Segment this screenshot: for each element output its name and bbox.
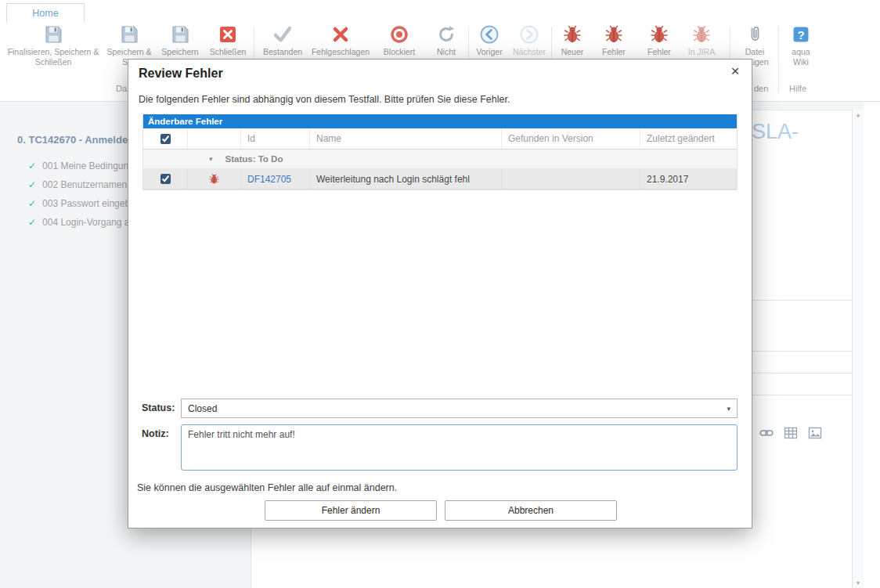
bug-icon	[562, 24, 582, 45]
vertical-scrollbar[interactable]: ▲ ▼	[852, 110, 864, 588]
select-all-checkbox[interactable]	[160, 134, 171, 144]
button-label: Fehlgeschlagen	[312, 47, 370, 57]
review-defects-dialog: Review Fehler × Die folgenden Fehler sin…	[128, 59, 752, 528]
previous-button[interactable]: Voriger	[471, 24, 507, 57]
defect-button-2[interactable]: Fehler	[640, 24, 678, 57]
apply-changes-button[interactable]: Fehler ändern	[265, 500, 437, 521]
application-window: Home Finalisieren, Speichern & Schließen…	[0, 0, 880, 588]
collapse-group-icon[interactable]: ▾	[209, 155, 213, 163]
button-label: Nicht	[437, 47, 456, 57]
chevron-down-icon: ▾	[727, 405, 730, 413]
close-icon[interactable]: ×	[727, 63, 744, 80]
table-icon[interactable]	[784, 426, 798, 440]
dialog-footnote: Sie können die ausgewählten Fehler alle …	[137, 482, 397, 493]
bug-icon	[691, 24, 712, 45]
test-step-item[interactable]: ✓ 003 Passwort eingebe	[28, 198, 135, 209]
icon-column-header[interactable]	[188, 128, 241, 149]
svg-text:?: ?	[797, 28, 804, 41]
button-label: Schließen	[210, 47, 247, 57]
test-step-item[interactable]: ✓ 001 Meine Bedingung	[28, 161, 134, 171]
button-label: Speichern	[161, 47, 198, 57]
dialog-title: Review Fehler	[139, 67, 223, 81]
button-label: Fehler	[647, 47, 671, 57]
scroll-up-icon[interactable]: ▲	[853, 112, 864, 117]
save-button[interactable]: Speichern	[157, 24, 204, 57]
question-icon: ?	[791, 24, 811, 45]
button-label: Voriger	[476, 47, 502, 57]
note-textarea[interactable]: Fehler tritt nicht mehr auf!	[181, 424, 738, 471]
jira-defect-button[interactable]: In JIRA	[681, 24, 722, 57]
blocked-icon	[389, 24, 409, 45]
button-label: Nächster	[513, 47, 546, 57]
row-icon-cell	[188, 169, 241, 189]
defect-button-1[interactable]: Fehler	[593, 24, 634, 57]
blocked-button[interactable]: Blockiert	[374, 24, 424, 57]
step-check-icon: ✓	[28, 198, 36, 209]
aqua-wiki-button[interactable]: ? aqua Wiki	[783, 24, 819, 67]
row-checkbox[interactable]	[160, 174, 171, 184]
step-label: 003 Passwort eingebe	[42, 198, 135, 209]
failed-button[interactable]: Fehlgeschlagen	[308, 24, 373, 57]
button-label: Neuer	[561, 47, 584, 57]
save-icon	[119, 24, 139, 45]
bug-icon	[208, 173, 220, 185]
testcase-title[interactable]: 0. TC142670 - Anmelde	[17, 134, 128, 146]
button-label: Fehler	[602, 47, 626, 57]
button-label: Blockiert	[384, 47, 415, 57]
status-value: Closed	[188, 403, 217, 414]
column-header-modified[interactable]: Zuletzt geändert	[640, 128, 737, 149]
new-defect-button[interactable]: Neuer	[554, 24, 590, 57]
step-label: 002 Benutzernamen e	[42, 179, 135, 190]
arrow-left-circle-icon	[479, 24, 500, 45]
ribbon-group-label: den	[754, 84, 768, 93]
scroll-down-icon[interactable]: ▼	[853, 580, 864, 586]
status-label: Status:	[142, 402, 175, 413]
ribbon-group-label: Hilfe	[789, 84, 806, 93]
tab-home[interactable]: Home	[6, 3, 85, 23]
status-dropdown[interactable]: Closed ▾	[181, 399, 738, 418]
step-check-icon: ✓	[28, 179, 36, 190]
step-label: 004 Login-Vorgang au	[42, 217, 135, 228]
step-label: 001 Meine Bedingung	[42, 161, 134, 171]
row-checkbox-cell	[143, 169, 188, 189]
ribbon-group-label: Da	[116, 84, 127, 93]
column-header-id[interactable]: Id	[241, 128, 310, 149]
test-step-item[interactable]: ✓ 002 Benutzernamen e	[28, 179, 135, 190]
cancel-button[interactable]: Abbrechen	[445, 500, 617, 521]
save-icon	[170, 24, 190, 45]
failed-x-icon	[330, 24, 351, 45]
grid-header-row: Id Name Gefunden in Version Zuletzt geän…	[143, 128, 737, 150]
testcase-heading-fragment: SLA-	[752, 120, 799, 144]
not-executed-button[interactable]: Nicht	[426, 24, 467, 57]
grid-caption: Änderbare Fehler	[143, 114, 737, 128]
column-header-name[interactable]: Name	[310, 128, 502, 149]
bug-icon	[604, 24, 624, 45]
button-label: Finalisieren, Speichern & Schließen	[5, 47, 102, 67]
note-label: Notiz:	[142, 428, 169, 439]
defect-row[interactable]: DF142705 Weiterleitung nach Login schläg…	[143, 169, 737, 189]
group-label: Status: To Do	[225, 154, 283, 164]
column-header-version[interactable]: Gefunden in Version	[502, 128, 640, 149]
close-button[interactable]: Schließen	[205, 24, 251, 57]
defects-grid: Änderbare Fehler Id Name Gefunden in Ver…	[142, 114, 738, 190]
test-step-item[interactable]: ✓ 004 Login-Vorgang au	[28, 217, 135, 228]
image-icon[interactable]	[808, 426, 822, 440]
next-button[interactable]: Nächster	[509, 24, 550, 57]
bug-icon	[649, 24, 669, 45]
save-icon	[43, 24, 63, 45]
button-label: In JIRA	[688, 47, 715, 57]
defect-id-link[interactable]: DF142705	[247, 174, 291, 185]
defect-name: Weiterleitung nach Login schlägt fehl	[310, 169, 502, 189]
button-label: Bestanden	[263, 47, 302, 57]
select-all-cell	[143, 128, 188, 149]
step-check-icon: ✓	[28, 161, 36, 171]
finalize-save-close-button[interactable]: Finalisieren, Speichern & Schließen	[5, 24, 102, 67]
passed-button[interactable]: Bestanden	[258, 24, 307, 57]
link-icon[interactable]	[759, 426, 774, 440]
editor-toolbar	[759, 426, 822, 440]
defect-version	[502, 169, 640, 189]
arrow-right-circle-icon	[519, 24, 539, 45]
dialog-instruction: Die folgenden Fehler sind abhängig von d…	[139, 94, 510, 105]
button-label: aqua Wiki	[783, 47, 819, 67]
grid-group-row: ▾ Status: To Do	[143, 150, 737, 169]
